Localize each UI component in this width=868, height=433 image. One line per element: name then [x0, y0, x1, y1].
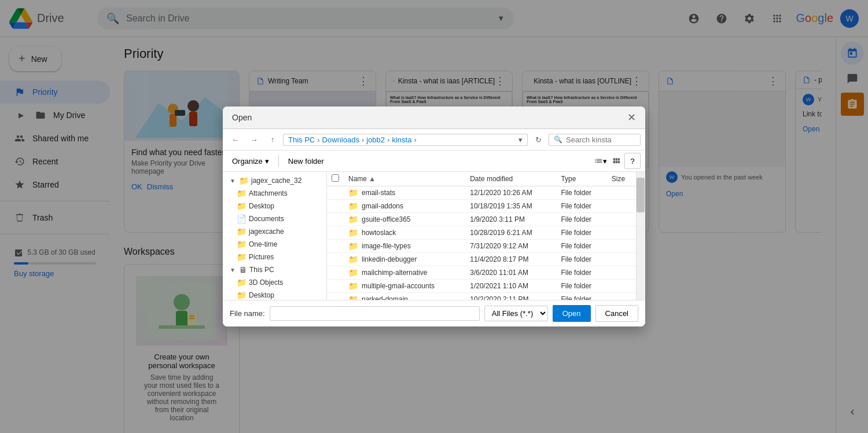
dialog-cancel-button[interactable]: Cancel [595, 305, 638, 322]
row-check-cell [327, 186, 344, 200]
table-row[interactable]: 📁 image-file-types 7/31/2020 9:12 AM Fil… [327, 240, 636, 253]
new-folder-label: New folder [288, 157, 324, 166]
breadcrumb-bar: This PC › Downloads › jobb2 › kinsta › ▾ [283, 134, 528, 146]
file-type-select[interactable]: All Files (*.*) [484, 306, 548, 321]
file-name: gsuite-office365 [362, 215, 411, 223]
tree-item-desktop-1[interactable]: 📁 Desktop [223, 200, 326, 212]
col-check [327, 172, 344, 186]
file-name: multiple-gmail-accounts [362, 282, 435, 290]
row-check-cell [327, 253, 344, 266]
row-name-cell: 📁 howtoslack [344, 226, 465, 240]
nav-search-icon: 🔍 [554, 135, 562, 144]
table-row[interactable]: 📁 linkedin-debugger 11/4/2020 8:17 PM Fi… [327, 253, 636, 266]
tree-label-attachments: Attachments [249, 189, 288, 197]
row-name-cell: 📁 multiple-gmail-accounts [344, 280, 465, 293]
file-folder-icon: 📁 [348, 228, 358, 237]
tree-item-one-time[interactable]: 📁 One-time [223, 238, 326, 251]
tree-label-one-time: One-time [249, 240, 277, 248]
file-name: linkedin-debugger [362, 255, 417, 263]
breadcrumb-sep-2: › [362, 135, 364, 144]
dialog-footer: File name: All Files (*.*) Open Cancel [223, 300, 645, 326]
files-table-header-row: Name ▲ Date modified Type Size [327, 172, 636, 186]
tree-label-pictures: Pictures [249, 253, 274, 261]
tree-item-this-pc[interactable]: ▼ 🖥 This PC [223, 263, 326, 276]
row-check-cell [327, 293, 344, 300]
folder-icon-attachments: 📁 [237, 189, 247, 198]
tree-item-attachments[interactable]: 📁 Attachments [223, 187, 326, 200]
tree-label-jagexcache: jagexcache [249, 227, 284, 236]
row-type-cell: File folder [556, 186, 606, 200]
col-size[interactable]: Size [607, 172, 636, 186]
table-row[interactable]: 📁 gmail-addons 10/18/2019 1:35 AM File f… [327, 200, 636, 213]
row-check-cell [327, 266, 344, 280]
files-table-body: 📁 email-stats 12/1/2020 10:26 AM File fo… [327, 186, 636, 300]
file-folder-icon: 📁 [348, 241, 358, 251]
nav-back-button[interactable]: ← [227, 131, 244, 148]
dialog-tree: ▼ 📁 jagex_cache_32 📁 Attachments 📁 Deskt… [223, 172, 327, 300]
dialog-close-button[interactable]: ✕ [627, 111, 636, 124]
col-type-label: Type [561, 175, 576, 183]
row-size-cell [607, 240, 636, 253]
tree-item-documents-1[interactable]: 📄 Documents [223, 212, 326, 225]
nav-search-input[interactable] [566, 135, 635, 144]
view-list-dropdown-button[interactable]: ▾ [592, 153, 608, 169]
row-type-cell: File folder [556, 240, 606, 253]
breadcrumb-this-pc[interactable]: This PC [288, 135, 315, 144]
new-folder-button[interactable]: New folder [284, 155, 329, 168]
breadcrumb-jobb2[interactable]: jobb2 [366, 135, 385, 144]
tree-label-documents-1: Documents [249, 215, 284, 223]
row-size-cell [607, 213, 636, 226]
folder-icon-one-time: 📁 [237, 240, 247, 249]
organize-button[interactable]: Organize ▾ [227, 155, 274, 168]
tree-item-desktop-2[interactable]: 📁 Desktop [223, 289, 326, 300]
col-type[interactable]: Type [556, 172, 606, 186]
row-size-cell [607, 200, 636, 213]
row-date-cell: 7/31/2020 9:12 AM [465, 240, 556, 253]
select-all-checkbox[interactable] [332, 174, 339, 182]
file-name-input[interactable] [270, 306, 480, 321]
table-row[interactable]: 📁 parked-domain 10/2/2020 2:11 PM File f… [327, 293, 636, 300]
row-check-cell [327, 280, 344, 293]
breadcrumb-kinsta[interactable]: kinsta [392, 135, 411, 144]
scrollbar[interactable] [636, 172, 645, 300]
tree-item-jagex[interactable]: ▼ 📁 jagex_cache_32 [223, 174, 326, 187]
row-date-cell: 10/18/2019 1:35 AM [465, 200, 556, 213]
file-name: image-file-types [362, 242, 411, 250]
row-type-cell: File folder [556, 200, 606, 213]
view-icons-button[interactable] [608, 153, 624, 169]
row-name-cell: 📁 gmail-addons [344, 200, 465, 213]
row-date-cell: 1/9/2020 3:11 PM [465, 213, 556, 226]
dialog-body: ▼ 📁 jagex_cache_32 📁 Attachments 📁 Deskt… [223, 172, 645, 300]
scrollbar-thumb[interactable] [637, 178, 645, 212]
row-size-cell [607, 226, 636, 240]
breadcrumb-dropdown-icon[interactable]: ▾ [518, 135, 523, 144]
col-date[interactable]: Date modified [465, 172, 556, 186]
row-type-cell: File folder [556, 293, 606, 300]
nav-forward-button[interactable]: → [246, 131, 262, 148]
col-size-label: Size [612, 175, 625, 183]
table-row[interactable]: 📁 howtoslack 10/28/2019 6:21 AM File fol… [327, 226, 636, 240]
table-row[interactable]: 📁 gsuite-office365 1/9/2020 3:11 PM File… [327, 213, 636, 226]
nav-refresh-button[interactable]: ↻ [530, 131, 546, 148]
col-name[interactable]: Name ▲ [344, 172, 465, 186]
organize-dropdown-icon: ▾ [265, 157, 269, 166]
table-row[interactable]: 📁 email-stats 12/1/2020 10:26 AM File fo… [327, 186, 636, 200]
dialog-titlebar: Open ✕ [223, 107, 645, 129]
file-name: howtoslack [362, 229, 396, 237]
tree-label-this-pc: This PC [249, 266, 274, 274]
breadcrumb-downloads[interactable]: Downloads [322, 135, 359, 144]
file-folder-icon: 📁 [348, 201, 358, 211]
row-size-cell [607, 293, 636, 300]
nav-up-button[interactable]: ↑ [264, 131, 281, 148]
tree-item-3d-objects[interactable]: 📁 3D Objects [223, 276, 326, 289]
row-date-cell: 3/6/2020 11:01 AM [465, 266, 556, 280]
table-row[interactable]: 📁 multiple-gmail-accounts 1/20/2021 1:10… [327, 280, 636, 293]
tree-item-pictures[interactable]: 📁 Pictures [223, 251, 326, 263]
table-row[interactable]: 📁 mailchimp-alternative 3/6/2020 11:01 A… [327, 266, 636, 280]
tree-item-jagexcache[interactable]: 📁 jagexcache [223, 225, 326, 238]
dialog-open-button[interactable]: Open [553, 305, 591, 322]
col-date-label: Date modified [470, 175, 513, 183]
row-date-cell: 10/2/2020 2:11 PM [465, 293, 556, 300]
dialog-help-button[interactable]: ? [624, 153, 641, 169]
file-name: parked-domain [362, 295, 408, 300]
